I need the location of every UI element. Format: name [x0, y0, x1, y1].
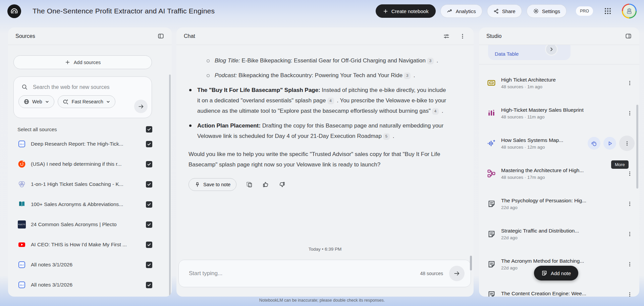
more-menu-icon[interactable] [619, 136, 635, 151]
citation-chip[interactable]: 5 [383, 133, 390, 140]
chat-scrollbar[interactable] [470, 256, 472, 270]
plus-icon [383, 8, 388, 14]
search-submit-button[interactable] [134, 100, 148, 113]
studio-item[interactable]: Strategic Traffic and Distribution... 22… [487, 219, 635, 249]
collapse-studio-panel-icon[interactable] [625, 33, 632, 40]
reddit-icon [17, 160, 26, 168]
copy-icon[interactable] [246, 181, 253, 188]
source-row[interactable]: 100+ Sales Acronyms & Abbreviations... [17, 194, 152, 214]
plecto-icon: PLECTO [17, 220, 26, 229]
more-menu-icon[interactable] [625, 289, 635, 297]
audio-waveform-icon [487, 139, 496, 148]
chat-bullet: Action Plan Placement: Drafting the copy… [189, 120, 447, 141]
interactive-mode-icon[interactable] [588, 137, 600, 150]
note-icon [487, 290, 496, 297]
chevron-down-icon [45, 100, 49, 104]
flashcards-icon [487, 79, 496, 87]
studio-list: High Ticket Architecture 48 sources · 1m… [479, 64, 639, 297]
source-row[interactable]: m+ All notes 3/1/2026 [17, 255, 152, 275]
user-avatar[interactable] [622, 4, 637, 18]
chat-title: Chat [184, 33, 195, 39]
more-menu-icon[interactable] [625, 199, 635, 209]
source-row[interactable]: m+ All notes 3/1/2026 [17, 275, 152, 295]
more-menu-icon[interactable] [625, 78, 635, 88]
chat-sub-bullet: Blog Title: E-Bike Bikepacking: Essentia… [206, 55, 447, 66]
search-filters: Web Fast Research [14, 91, 152, 108]
add-note-button[interactable]: Add note [534, 266, 578, 280]
more-menu-icon[interactable] [625, 259, 635, 269]
studio-item[interactable]: High Ticket Architecture 48 sources · 1m… [487, 68, 635, 98]
fast-research-sparkle-icon [63, 99, 69, 105]
select-all-sources-row: Select all sources [17, 126, 152, 133]
sources-header: Sources [8, 28, 172, 45]
note-doc-icon: m+ [17, 280, 26, 289]
citation-chip[interactable]: 4 [432, 108, 439, 115]
svg-text:m+: m+ [20, 284, 24, 287]
web-filter-dropdown[interactable]: Web [18, 95, 54, 108]
source-checkbox[interactable] [146, 282, 152, 288]
data-table-chip[interactable]: Data Table [488, 45, 571, 60]
share-button[interactable]: Share [487, 4, 522, 18]
plus-icon [65, 59, 70, 65]
more-menu-icon[interactable] [625, 168, 635, 178]
note-icon [487, 199, 496, 208]
source-checkbox[interactable] [146, 201, 152, 208]
share-nodes-icon [493, 8, 499, 14]
more-menu-icon[interactable] [625, 108, 635, 118]
note-icon [487, 230, 496, 238]
studio-item-audio[interactable]: How Sales Systems Map... 48 sources · 12… [487, 128, 635, 158]
chat-input[interactable] [189, 270, 420, 277]
book-icon [17, 200, 26, 209]
notebooklm-logo-icon[interactable] [7, 4, 21, 18]
apps-grid-icon[interactable] [601, 4, 614, 18]
studio-item[interactable]: High-Ticket Mastery Sales Blueprint 48 s… [487, 98, 635, 128]
chat-message-body: Blog Title: E-Bike Bikepacking: Essentia… [176, 45, 474, 242]
source-checkbox[interactable] [146, 221, 152, 228]
create-notebook-button[interactable]: Create notebook [376, 4, 436, 18]
source-checkbox[interactable] [146, 141, 152, 147]
source-row[interactable]: AI CEO: THIS is How I'd Make My First ..… [17, 235, 152, 255]
save-to-note-button[interactable]: Save to note [189, 178, 236, 191]
send-button[interactable] [449, 266, 465, 281]
collapse-sources-panel-icon[interactable] [157, 33, 164, 40]
more-menu-icon[interactable] [625, 229, 635, 239]
avatar-robot-icon [623, 5, 636, 17]
audio-item-actions [588, 136, 635, 151]
svg-text:m+: m+ [20, 143, 24, 146]
gear-icon [533, 8, 539, 14]
thumbs-up-icon[interactable] [262, 181, 269, 188]
chat-closing-paragraph: Would you like me to help you write the … [189, 149, 447, 170]
tune-sliders-icon[interactable] [443, 33, 450, 40]
source-row[interactable]: 1-on-1 High Ticket Sales Coaching - K... [17, 174, 152, 194]
sources-scrollbar[interactable] [169, 74, 171, 296]
select-all-checkbox[interactable] [146, 126, 152, 133]
play-icon[interactable] [603, 137, 616, 150]
top-header: The One-Sentence Profit Extractor and AI… [0, 0, 644, 22]
source-checkbox[interactable] [146, 161, 152, 167]
source-row[interactable]: m+ Deep Research Report: The High-Tick..… [17, 134, 152, 154]
chat-input-bar: 48 sources [178, 260, 471, 287]
analytics-button[interactable]: Analytics [440, 4, 482, 18]
source-row[interactable]: PLECTO 24 Common Sales Acronyms | Plecto [17, 214, 152, 235]
search-input[interactable] [33, 84, 145, 90]
citation-chip[interactable]: 4 [327, 98, 334, 104]
citation-chip[interactable]: 3 [427, 58, 434, 64]
studio-item[interactable]: The Psychology of Persuasion: Hig... 22d… [487, 189, 635, 219]
thumbs-down-icon[interactable] [278, 181, 286, 188]
sources-panel: Sources Add sources [8, 28, 172, 297]
settings-button[interactable]: Settings [527, 4, 567, 18]
source-checkbox[interactable] [146, 181, 152, 188]
note-doc-icon: m+ [17, 140, 26, 148]
citation-chip[interactable]: 3 [404, 72, 411, 79]
chat-panel: Chat Blog Title: E-Bike Bikepacking: Ess… [176, 28, 474, 297]
studio-scrollbar[interactable] [636, 105, 638, 189]
notebook-title[interactable]: The One-Sentence Profit Extractor and AI… [33, 7, 215, 15]
add-sources-button[interactable]: Add sources [13, 55, 152, 69]
research-mode-dropdown[interactable]: Fast Research [58, 95, 115, 108]
chat-more-menu-icon[interactable] [459, 33, 466, 40]
source-row[interactable]: (USA) I need help determining if this r.… [17, 154, 152, 174]
studio-item[interactable]: The Content Creation Engine: Wee... [487, 279, 635, 297]
source-checkbox[interactable] [146, 242, 152, 248]
source-checkbox[interactable] [146, 262, 152, 268]
sources-title: Sources [15, 33, 35, 39]
